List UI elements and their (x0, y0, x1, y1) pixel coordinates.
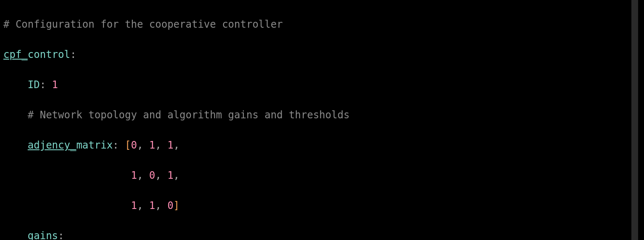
code-line: gains: (3, 228, 641, 240)
comma: , (155, 139, 161, 151)
yaml-key: ID (28, 79, 40, 91)
code-line: 1, 1, 0] (3, 198, 641, 213)
comma: , (155, 200, 161, 211)
number: 1 (52, 79, 58, 91)
code-line: cpf_control: (3, 47, 641, 62)
comma: , (155, 170, 161, 181)
yaml-key: cpf_ (3, 49, 28, 60)
number: 1 (167, 139, 173, 151)
code-line: # Network topology and algorithm gains a… (3, 107, 641, 123)
colon: : (58, 230, 64, 240)
comment: # Network topology and algorithm gains a… (28, 109, 350, 121)
yaml-key: adjency_ (28, 139, 77, 151)
code-line: ID: 1 (3, 77, 641, 92)
number: 0 (167, 200, 173, 211)
code-editor[interactable]: # Configuration for the cooperative cont… (0, 0, 644, 240)
code-line: adjency_matrix: [0, 1, 1, (3, 138, 641, 153)
bracket-close: ] (174, 200, 179, 211)
colon: : (113, 139, 119, 151)
yaml-key: matrix (76, 139, 113, 151)
comma: , (137, 139, 143, 151)
vertical-scrollbar[interactable] (631, 0, 638, 240)
number: 1 (131, 200, 137, 211)
number: 1 (149, 139, 155, 151)
code-line: # Configuration for the cooperative cont… (3, 17, 641, 32)
yaml-key: control (28, 49, 70, 60)
comma: , (174, 139, 179, 151)
colon: : (40, 79, 46, 91)
comment: # Configuration for the cooperative cont… (3, 18, 283, 30)
comma: , (174, 170, 179, 181)
number: 1 (149, 200, 155, 211)
number: 1 (167, 170, 173, 181)
comma: , (137, 200, 143, 211)
number: 0 (131, 139, 137, 151)
comma: , (137, 170, 143, 181)
bracket-open: [ (125, 139, 131, 151)
colon: : (70, 49, 76, 60)
number: 0 (149, 170, 155, 181)
yaml-key: gains (28, 230, 58, 240)
code-line: 1, 0, 1, (3, 168, 641, 183)
number: 1 (131, 170, 137, 181)
